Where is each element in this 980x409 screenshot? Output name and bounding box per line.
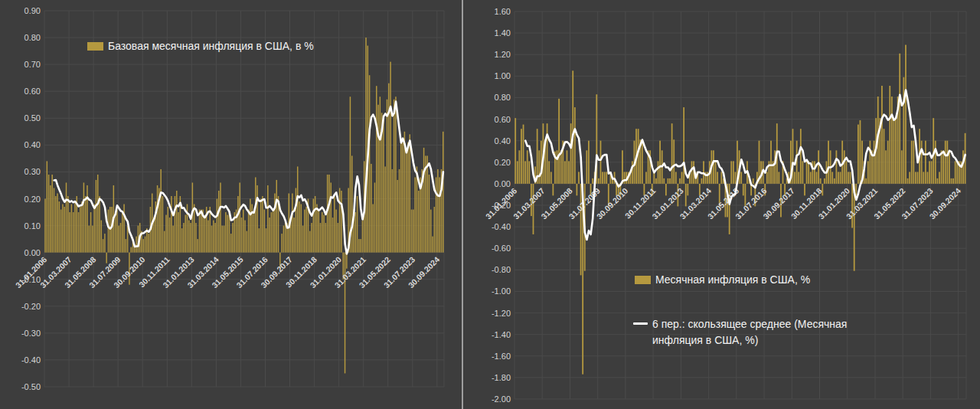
svg-text:1.40: 1.40 — [495, 28, 511, 38]
svg-text:-1.20: -1.20 — [492, 309, 511, 318]
svg-text:0.50: 0.50 — [24, 113, 41, 123]
svg-text:0.60: 0.60 — [495, 115, 511, 124]
svg-text:0.20: 0.20 — [495, 158, 511, 167]
legend-moving-average: 6 пер.: скользящее среднее (Месячная инф… — [633, 316, 896, 348]
svg-text:0.40: 0.40 — [495, 136, 511, 146]
svg-text:-0.40: -0.40 — [21, 355, 41, 365]
legend-label: Базовая месячная инфляция в США, в % — [108, 40, 314, 52]
x-axis-labels: 31.01.200631.03.200731.05.200831.07.2009… — [484, 186, 962, 221]
svg-text:0.80: 0.80 — [495, 93, 511, 102]
x-axis-labels: 31.01.200631.03.200731.05.200831.07.2009… — [14, 254, 442, 290]
svg-text:0.70: 0.70 — [24, 60, 41, 69]
legend-label: 6 пер.: скользящее среднее (Месячная инф… — [652, 316, 896, 348]
svg-text:1.00: 1.00 — [495, 71, 511, 80]
line-swatch-icon — [633, 322, 648, 325]
svg-text:0.80: 0.80 — [24, 33, 41, 42]
svg-text:0.10: 0.10 — [24, 221, 41, 231]
svg-text:0.20: 0.20 — [24, 195, 41, 204]
legend-core-inflation: Базовая месячная инфляция в США, в % — [87, 40, 314, 52]
core-inflation-panel: -0.50-0.40-0.30-0.20-0.100.000.100.200.3… — [0, 0, 462, 409]
bar-swatch-icon — [87, 42, 103, 51]
bar-swatch-icon — [635, 276, 651, 284]
svg-text:0.60: 0.60 — [24, 87, 41, 96]
svg-text:0.00: 0.00 — [24, 248, 41, 257]
legend-headline-inflation: Месячная инфляция в США, % — [635, 273, 810, 286]
svg-text:-1.00: -1.00 — [492, 286, 511, 296]
svg-text:-1.80: -1.80 — [492, 373, 511, 382]
svg-text:1.20: 1.20 — [495, 50, 511, 59]
grid — [44, 11, 444, 387]
inflation-dashboard: -0.50-0.40-0.30-0.20-0.100.000.100.200.3… — [0, 0, 980, 409]
headline-inflation-panel: -2.00-1.80-1.60-1.40-1.20-1.00-0.80-0.60… — [463, 0, 980, 409]
svg-text:-0.50: -0.50 — [21, 382, 41, 391]
svg-text:-0.80: -0.80 — [492, 265, 511, 274]
svg-text:-1.40: -1.40 — [492, 330, 511, 339]
legend-label: Месячная инфляция в США, % — [655, 273, 810, 286]
y-axis-labels: -0.50-0.40-0.30-0.20-0.100.000.100.200.3… — [21, 6, 41, 391]
svg-text:-0.30: -0.30 — [21, 329, 41, 338]
svg-text:0.90: 0.90 — [24, 6, 41, 15]
svg-text:0.00: 0.00 — [495, 179, 511, 188]
svg-text:-0.20: -0.20 — [21, 302, 41, 311]
svg-text:-2.00: -2.00 — [492, 394, 511, 404]
svg-text:1.60: 1.60 — [495, 7, 511, 16]
svg-text:-0.40: -0.40 — [492, 222, 511, 231]
svg-text:0.40: 0.40 — [24, 140, 41, 149]
core-inflation-chart: -0.50-0.40-0.30-0.20-0.100.000.100.200.3… — [0, 0, 462, 409]
svg-text:-0.60: -0.60 — [492, 244, 511, 253]
svg-text:0.30: 0.30 — [24, 167, 41, 176]
svg-text:-1.60: -1.60 — [492, 352, 511, 361]
